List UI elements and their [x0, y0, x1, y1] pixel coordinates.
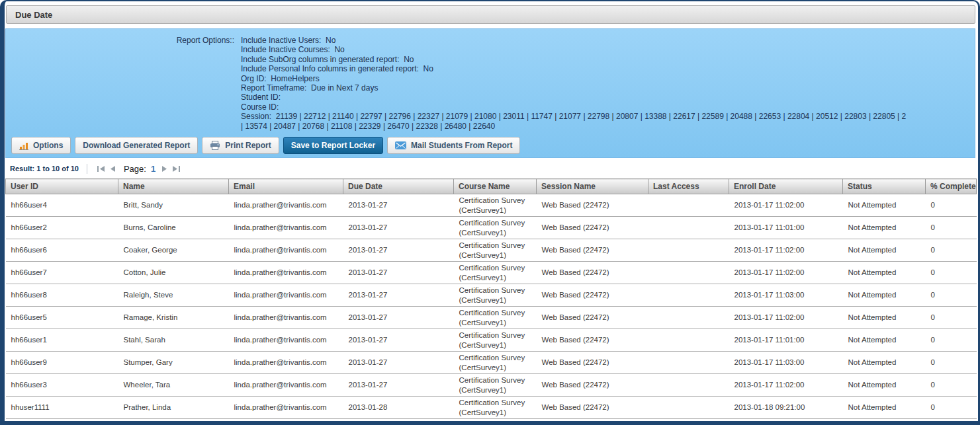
page-label: Page:	[124, 164, 146, 174]
cell-status: Not Attempted	[843, 262, 926, 284]
table-row: hh66user6Coaker, Georgelinda.prather@tri…	[6, 239, 977, 262]
option-line-org-id: Org ID: HomeHelpers	[241, 74, 975, 83]
cell-session_name: Web Based (22472)	[537, 307, 648, 329]
print-report-button[interactable]: Print Report	[202, 137, 279, 154]
cell-status: Not Attempted	[843, 217, 926, 239]
column-header-session_name[interactable]: Session Name	[537, 179, 648, 194]
cell-enroll_date: 2013-01-17 11:02:00	[729, 194, 843, 217]
save-to-report-locker-button[interactable]: Save to Report Locker	[283, 137, 383, 154]
column-header-enroll_date[interactable]: Enroll Date	[729, 179, 843, 194]
table-row: hh66user3Wheeler, Taralinda.prather@triv…	[6, 374, 977, 397]
option-line-include-inactive-courses: Include Inactive Courses: No	[241, 45, 975, 54]
cell-user_id: hh66user1	[6, 329, 118, 352]
cell-status: Not Attempted	[843, 397, 926, 419]
column-header-due_date[interactable]: Due Date	[343, 179, 454, 194]
cell-user_id: hhuser1111	[6, 397, 118, 419]
cell-status: Not Attempted	[843, 239, 926, 262]
cell-session_name: Web Based (22472)	[537, 284, 648, 307]
table-row: hh66user5Ramage, Kristinlinda.prather@tr…	[6, 307, 977, 329]
cell-course_name: Certification Survey(CertSurvey1)	[454, 284, 537, 307]
page-title: Due Date	[15, 10, 52, 20]
previous-page-icon	[109, 166, 116, 172]
cell-email: linda.prather@trivantis.com	[229, 352, 343, 374]
column-header-user_id[interactable]: User ID	[6, 179, 118, 194]
column-header-pct_complete[interactable]: % Complete	[926, 179, 977, 194]
pager-divider	[87, 164, 87, 174]
table-row: hh66user1Stahl, Sarahlinda.prather@triva…	[6, 329, 977, 352]
first-page-button[interactable]	[97, 166, 105, 172]
cell-email: linda.prather@trivantis.com	[229, 397, 343, 419]
cell-enroll_date: 2013-01-17 11:02:00	[729, 374, 843, 397]
print-button-label: Print Report	[225, 141, 271, 150]
cell-due_date: 2013-01-28	[343, 397, 454, 419]
download-button-label: Download Generated Report	[83, 141, 190, 150]
cell-status: Not Attempted	[843, 352, 926, 374]
last-page-button[interactable]	[172, 166, 181, 172]
option-line-include-personal-info: Include Personal Info columns in generat…	[241, 64, 975, 73]
printer-icon	[210, 141, 220, 150]
cell-name: Prather, Linda	[118, 397, 229, 419]
report-options-values: Include Inactive Users: No Include Inact…	[234, 36, 975, 131]
cell-pct_complete: 0	[926, 352, 977, 374]
report-options-label: Report Options::	[6, 36, 234, 131]
cell-due_date: 2013-01-27	[343, 352, 454, 374]
cell-due_date: 2013-01-27	[343, 329, 454, 352]
cell-name: Stumper, Gary	[118, 352, 229, 374]
option-line-student-id: Student ID:	[241, 93, 975, 102]
cell-user_id: hh66user7	[6, 262, 118, 284]
cell-due_date: 2013-01-27	[343, 194, 454, 217]
report-options-block: Report Options:: Include Inactive Users:…	[6, 36, 975, 131]
column-header-course_name[interactable]: Course Name	[454, 179, 537, 194]
mail-students-from-report-button[interactable]: Mail Students From Report	[387, 137, 520, 154]
cell-pct_complete: 0	[926, 262, 977, 284]
column-header-email[interactable]: Email	[229, 179, 343, 194]
cell-email: linda.prather@trivantis.com	[229, 239, 343, 262]
cell-pct_complete: 0	[926, 307, 977, 329]
cell-last_access	[648, 307, 729, 329]
cell-course_name: Certification Survey(CertSurvey1)	[454, 307, 537, 329]
save-locker-button-label: Save to Report Locker	[291, 141, 375, 150]
due-date-report-page: Due Date Report Options:: Include Inacti…	[0, 0, 980, 425]
cell-session_name: Web Based (22472)	[537, 239, 648, 262]
cell-status: Not Attempted	[843, 307, 926, 329]
cell-email: linda.prather@trivantis.com	[229, 262, 343, 284]
cell-last_access	[648, 397, 729, 419]
cell-last_access	[648, 194, 729, 217]
download-generated-report-button[interactable]: Download Generated Report	[75, 137, 198, 154]
option-line-include-suborg: Include SubOrg columns in generated repo…	[241, 55, 975, 64]
cell-last_access	[648, 284, 729, 307]
toolbar: Options Download Generated Report Print …	[11, 137, 975, 154]
options-button-label: Options	[33, 141, 63, 150]
column-header-name[interactable]: Name	[118, 179, 229, 194]
cell-course_name: Certification Survey(CertSurvey1)	[454, 329, 537, 352]
first-page-icon	[97, 166, 105, 172]
cell-user_id: hh66user3	[6, 374, 118, 397]
cell-session_name: Web Based (22472)	[537, 397, 648, 419]
cell-enroll_date: 2013-01-17 11:03:00	[729, 352, 843, 374]
option-line-session-list: Session: 21139 | 22712 | 21140 | 22797 |…	[241, 112, 975, 121]
cell-enroll_date: 2013-01-17 11:03:00	[729, 284, 843, 307]
cell-name: Britt, Sandy	[118, 194, 229, 217]
last-page-icon	[172, 166, 181, 172]
cell-name: Raleigh, Steve	[118, 284, 229, 307]
table-row: hhuser1111Prather, Lindalinda.prather@tr…	[6, 397, 977, 419]
column-header-last_access[interactable]: Last Access	[648, 179, 729, 194]
current-page-number[interactable]: 1	[151, 164, 156, 174]
previous-page-button[interactable]	[109, 166, 116, 172]
column-header-status[interactable]: Status	[843, 179, 926, 194]
cell-last_access	[648, 262, 729, 284]
cell-user_id: hh66user9	[6, 352, 118, 374]
cell-session_name: Web Based (22472)	[537, 374, 648, 397]
cell-status: Not Attempted	[843, 374, 926, 397]
cell-status: Not Attempted	[843, 329, 926, 352]
cell-name: Stahl, Sarah	[118, 329, 229, 352]
report-table: User IDNameEmailDue DateCourse NameSessi…	[5, 178, 977, 419]
cell-due_date: 2013-01-27	[343, 284, 454, 307]
report-options-panel: Report Options:: Include Inactive Users:…	[5, 28, 975, 158]
cell-pct_complete: 0	[926, 374, 977, 397]
options-button[interactable]: Options	[11, 137, 71, 154]
next-page-button[interactable]	[161, 166, 168, 172]
cell-due_date: 2013-01-27	[343, 239, 454, 262]
cell-enroll_date: 2013-01-17 11:02:00	[729, 307, 843, 329]
cell-email: linda.prather@trivantis.com	[229, 374, 343, 397]
